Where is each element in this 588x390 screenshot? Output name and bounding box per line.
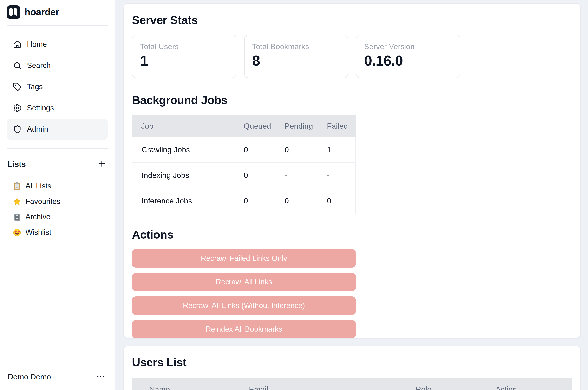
queued-cell: 0	[244, 163, 285, 189]
house-icon	[13, 40, 22, 49]
column-header-name: Name	[132, 378, 249, 390]
heart-eyes-icon	[13, 228, 21, 237]
sidebar-item-label: Tags	[27, 82, 43, 91]
column-header-job: Job	[132, 115, 244, 137]
background-jobs-title: Background Jobs	[132, 93, 572, 108]
recrawl-failed-links-button[interactable]: Recrawl Failed Links Only	[132, 249, 356, 268]
lists-header: Lists	[7, 159, 108, 170]
brand-wordmark: hoarder	[25, 6, 59, 18]
column-header-action: Action	[496, 378, 572, 390]
pending-cell: -	[285, 163, 327, 189]
sidebar-item-label: Admin	[27, 125, 48, 134]
lists-title: Lists	[8, 160, 26, 169]
tag-icon	[13, 82, 22, 91]
sidebar-item-search[interactable]: Search	[7, 55, 108, 76]
list-item-archive[interactable]: Archive	[7, 209, 108, 225]
user-row: Demo Demo	[7, 370, 108, 384]
recrawl-without-inference-button[interactable]: Recrawl All Links (Without Inference)	[132, 296, 356, 315]
actions-list: Recrawl Failed Links Only Recrawl All Li…	[132, 249, 356, 339]
background-jobs-table: Job Queued Pending Failed Crawling Jobs …	[132, 115, 356, 214]
shield-icon	[13, 125, 22, 134]
server-stats-grid: Total Users 1 Total Bookmarks 8 Server V…	[132, 35, 572, 78]
sidebar-item-label: Home	[27, 40, 47, 49]
queued-cell: 0	[244, 189, 285, 214]
table-header-row: Job Queued Pending Failed	[132, 115, 356, 137]
sidebar-divider-lists	[7, 148, 108, 149]
stat-label: Server Version	[364, 43, 452, 51]
actions-title: Actions	[132, 227, 572, 243]
admin-panel-card: Server Stats Total Users 1 Total Bookmar…	[123, 3, 581, 339]
add-list-button[interactable]	[96, 159, 107, 170]
failed-cell: 1	[327, 137, 356, 163]
column-header-failed: Failed	[327, 115, 356, 137]
list-item-label: Archive	[26, 213, 50, 221]
list-item-wishlist[interactable]: Wishlist	[7, 225, 108, 240]
table-row-crawling-jobs: Crawling Jobs 0 0 1	[132, 137, 356, 163]
users-list-table: Name Email Role Action	[132, 378, 572, 390]
column-header-email: Email	[249, 378, 416, 390]
search-icon	[13, 61, 22, 70]
sidebar-item-label: Search	[27, 61, 51, 70]
table-header-row: Name Email Role Action	[132, 378, 572, 390]
stat-value: 0.16.0	[364, 52, 452, 69]
lists-nav: All Lists Favourites	[7, 178, 108, 240]
cabinet-icon	[13, 213, 21, 221]
sidebar-item-settings[interactable]: Settings	[7, 98, 108, 119]
sidebar-nav: Home Search Tags	[7, 34, 108, 140]
list-item-label: All Lists	[26, 182, 51, 191]
users-list-title: Users List	[132, 355, 572, 370]
stat-card-total-bookmarks: Total Bookmarks 8	[244, 35, 348, 78]
column-header-queued: Queued	[244, 115, 285, 137]
stat-value: 8	[252, 52, 340, 69]
main-content: Server Stats Total Users 1 Total Bookmar…	[116, 0, 588, 390]
table-row-indexing-jobs: Indexing Jobs 0 - -	[132, 163, 356, 189]
stat-card-server-version: Server Version 0.16.0	[356, 35, 460, 78]
pending-cell: 0	[285, 137, 327, 163]
failed-cell: -	[327, 163, 356, 189]
failed-cell: 0	[327, 189, 356, 214]
recrawl-all-links-button[interactable]: Recrawl All Links	[132, 273, 356, 291]
list-item-all-lists[interactable]: All Lists	[7, 178, 108, 194]
users-list-card: Users List Name Email Role Action	[123, 346, 581, 390]
column-header-pending: Pending	[285, 115, 327, 137]
star-icon	[13, 197, 21, 206]
job-name-cell: Indexing Jobs	[132, 163, 244, 189]
sidebar-divider-top	[7, 25, 108, 26]
stat-value: 1	[140, 52, 228, 69]
brand-logo[interactable]: hoarder	[7, 0, 108, 19]
hoarder-logo-icon	[7, 5, 20, 19]
job-name-cell: Inference Jobs	[132, 189, 244, 214]
plus-icon	[97, 159, 106, 170]
sidebar: hoarder Home Search	[0, 0, 115, 390]
app-window: hoarder Home Search	[0, 0, 588, 390]
pending-cell: 0	[285, 189, 327, 214]
sidebar-item-tags[interactable]: Tags	[7, 76, 108, 98]
sidebar-item-home[interactable]: Home	[7, 34, 108, 55]
stat-label: Total Bookmarks	[252, 43, 340, 51]
clipboard-icon	[13, 182, 21, 190]
user-name: Demo Demo	[7, 373, 51, 381]
list-item-label: Favourites	[26, 197, 60, 206]
user-menu-button[interactable]	[93, 371, 108, 383]
queued-cell: 0	[244, 137, 285, 163]
sidebar-item-label: Settings	[27, 104, 54, 112]
server-stats-title: Server Stats	[132, 12, 572, 28]
table-row-inference-jobs: Inference Jobs 0 0 0	[132, 189, 356, 214]
job-name-cell: Crawling Jobs	[132, 137, 244, 163]
reindex-all-bookmarks-button[interactable]: Reindex All Bookmarks	[132, 320, 356, 339]
stat-label: Total Users	[140, 43, 228, 51]
column-header-role: Role	[416, 378, 496, 390]
list-item-label: Wishlist	[26, 228, 51, 237]
list-item-favourites[interactable]: Favourites	[7, 194, 108, 209]
sidebar-item-admin[interactable]: Admin	[7, 119, 108, 140]
gear-icon	[13, 104, 22, 112]
ellipsis-icon	[96, 371, 106, 383]
stat-card-total-users: Total Users 1	[132, 35, 236, 78]
